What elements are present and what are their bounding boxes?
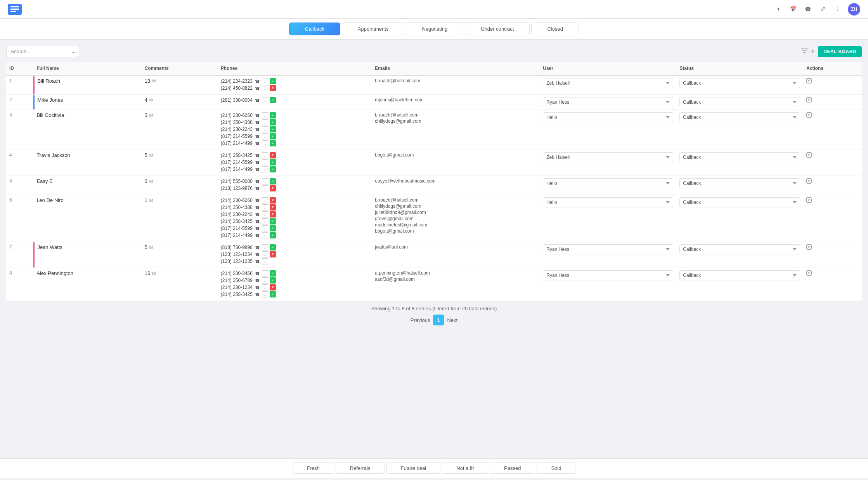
bottom-tab-fresh[interactable]: Fresh <box>293 463 334 474</box>
sms-icon[interactable]: ⎵ <box>262 152 268 158</box>
edit-action-button[interactable] <box>806 178 812 185</box>
green-status-icon[interactable]: ✓ <box>270 270 276 277</box>
tab-closed[interactable]: Closed <box>531 23 579 35</box>
edit-action-button[interactable] <box>806 112 812 119</box>
bottom-tab-future-deal[interactable]: Future deal <box>386 463 441 474</box>
call-icon[interactable]: ☎ <box>254 291 260 297</box>
user-select[interactable]: Zeb HalsellRyan HessHelio <box>543 197 673 207</box>
green-status-icon[interactable]: ✓ <box>270 140 276 146</box>
sms-icon[interactable]: ⎵ <box>262 251 268 257</box>
cell-actions[interactable] <box>803 95 862 110</box>
user-select[interactable]: Zeb HalsellRyan HessHelio <box>543 178 673 188</box>
cell-status[interactable]: CallbackAppointmentsNegotiatingUnder con… <box>676 75 803 95</box>
bottom-tab-passed[interactable]: Passed <box>490 463 535 474</box>
call-icon[interactable]: ☎ <box>254 85 260 91</box>
edit-action-button[interactable] <box>806 270 812 277</box>
user-select[interactable]: Zeb HalsellRyan HessHelio <box>543 97 673 107</box>
sms-icon[interactable]: ⎵ <box>262 197 268 203</box>
status-select[interactable]: CallbackAppointmentsNegotiatingUnder con… <box>679 112 800 122</box>
sms-icon[interactable]: ⎵ <box>262 185 268 191</box>
sms-icon[interactable]: ⎵ <box>262 232 268 238</box>
cell-status[interactable]: CallbackAppointmentsNegotiatingUnder con… <box>676 150 803 176</box>
green-status-icon[interactable]: ✓ <box>270 291 276 297</box>
red-status-icon[interactable]: ✗ <box>270 251 276 257</box>
call-icon[interactable]: ☎ <box>254 133 260 139</box>
cell-actions[interactable] <box>803 195 862 242</box>
green-status-icon[interactable]: ✓ <box>270 159 276 165</box>
green-status-icon[interactable]: ✓ <box>270 178 276 184</box>
red-status-icon[interactable]: ✗ <box>270 211 276 217</box>
cell-actions[interactable] <box>803 268 862 301</box>
edit-action-button[interactable] <box>806 152 812 159</box>
user-select[interactable]: Zeb HalsellRyan HessHelio <box>543 112 673 122</box>
sms-icon[interactable]: ⎵ <box>262 159 268 165</box>
tab-callback[interactable]: Callback <box>289 23 340 35</box>
call-icon[interactable]: ☎ <box>254 244 260 250</box>
red-status-icon[interactable]: ✗ <box>270 85 276 91</box>
edit-action-button[interactable] <box>806 197 812 204</box>
sms-icon[interactable]: ⎵ <box>262 85 268 91</box>
sms-icon[interactable]: ⎵ <box>262 166 268 172</box>
status-select[interactable]: CallbackAppointmentsNegotiatingUnder con… <box>679 97 800 107</box>
green-status-icon[interactable]: ✓ <box>270 119 276 125</box>
red-status-icon[interactable]: ✗ <box>270 204 276 210</box>
tab-negotiating[interactable]: Negotiating <box>406 23 463 35</box>
green-status-icon[interactable]: ✓ <box>270 277 276 283</box>
sms-icon[interactable]: ⎵ <box>262 225 268 231</box>
status-select[interactable]: CallbackAppointmentsNegotiatingUnder con… <box>679 270 800 280</box>
user-select[interactable]: Zeb HalsellRyan HessHelio <box>543 244 673 254</box>
calendar-icon[interactable]: 📅 <box>789 5 797 14</box>
red-status-icon[interactable]: ✗ <box>270 284 276 290</box>
green-status-icon[interactable]: ✓ <box>270 97 276 103</box>
search-input[interactable] <box>6 46 68 57</box>
call-icon[interactable]: ☎ <box>254 225 260 231</box>
bottom-tab-referrals[interactable]: Referrals <box>336 463 385 474</box>
prev-page-button[interactable]: Previous <box>411 317 430 323</box>
sms-icon[interactable]: ⎵ <box>262 112 268 118</box>
sms-icon[interactable]: ⎵ <box>262 97 268 103</box>
cell-user[interactable]: Zeb HalsellRyan HessHelio <box>540 75 676 95</box>
sms-icon[interactable]: ⎵ <box>262 211 268 217</box>
cell-status[interactable]: CallbackAppointmentsNegotiatingUnder con… <box>676 110 803 150</box>
sms-icon[interactable]: ⎵ <box>262 140 268 146</box>
cell-user[interactable]: Zeb HalsellRyan HessHelio <box>540 110 676 150</box>
green-status-icon[interactable]: ✓ <box>270 244 276 250</box>
green-status-icon[interactable]: ✓ <box>270 232 276 238</box>
green-status-icon[interactable]: ✓ <box>270 133 276 139</box>
call-icon[interactable]: ☎ <box>254 112 260 118</box>
bottom-tab-not-a-fit[interactable]: Not a fit <box>442 463 488 474</box>
sms-icon[interactable]: ⎵ <box>262 126 268 132</box>
call-icon[interactable]: ☎ <box>254 277 260 283</box>
call-icon[interactable]: ☎ <box>254 78 260 84</box>
call-icon[interactable]: ☎ <box>254 218 260 224</box>
cell-status[interactable]: CallbackAppointmentsNegotiatingUnder con… <box>676 242 803 268</box>
call-icon[interactable]: ☎ <box>254 140 260 146</box>
user-select[interactable]: Zeb HalsellRyan HessHelio <box>543 270 673 280</box>
call-icon[interactable]: ☎ <box>254 178 260 184</box>
current-page[interactable]: 1 <box>433 315 444 325</box>
user-select[interactable]: Zeb HalsellRyan HessHelio <box>543 78 673 88</box>
sms-icon[interactable]: ⎵ <box>262 78 268 84</box>
call-icon[interactable]: ☎ <box>254 197 260 203</box>
call-icon[interactable]: ☎ <box>254 232 260 238</box>
brightness-icon[interactable]: ☀ <box>774 5 783 14</box>
edit-action-button[interactable] <box>806 97 812 104</box>
status-select[interactable]: CallbackAppointmentsNegotiatingUnder con… <box>679 197 800 207</box>
cell-actions[interactable] <box>803 150 862 176</box>
deal-board-button[interactable]: DEAL BOARD <box>818 46 862 57</box>
call-icon[interactable]: ☎ <box>254 185 260 191</box>
tab-under-contract[interactable]: Under contract <box>465 23 530 35</box>
status-select[interactable]: CallbackAppointmentsNegotiatingUnder con… <box>679 178 800 188</box>
green-status-icon[interactable]: ✓ <box>270 112 276 118</box>
sms-icon[interactable]: ⎵ <box>262 204 268 210</box>
sms-icon[interactable]: ⎵ <box>262 291 268 297</box>
user-select[interactable]: Zeb HalsellRyan HessHelio <box>543 152 673 162</box>
cell-status[interactable]: CallbackAppointmentsNegotiatingUnder con… <box>676 95 803 110</box>
tab-appointments[interactable]: Appointments <box>342 23 405 35</box>
message-icon[interactable]: ☍ <box>818 5 827 14</box>
call-icon[interactable]: ☎ <box>254 166 260 172</box>
sms-icon[interactable]: ⎵ <box>262 119 268 125</box>
cell-user[interactable]: Zeb HalsellRyan HessHelio <box>540 150 676 176</box>
call-icon[interactable]: ☎ <box>254 97 260 103</box>
call-icon[interactable]: ☎ <box>254 126 260 132</box>
